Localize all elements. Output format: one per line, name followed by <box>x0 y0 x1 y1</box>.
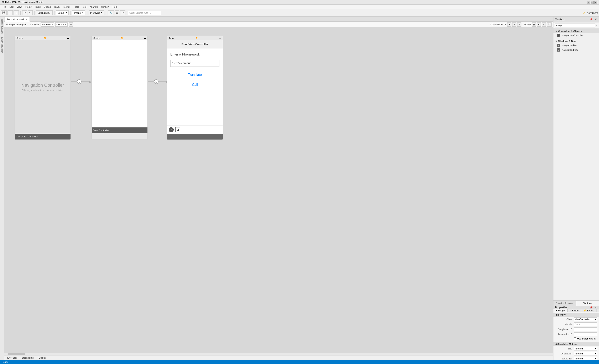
root-view-controller-mockup[interactable]: Carrier 📶 ▬ Root View Controller Enter a… <box>167 36 223 140</box>
search-clear-btn[interactable]: ✕ <box>596 24 598 27</box>
constraint-btn1[interactable]: ⊞ <box>507 22 511 27</box>
menu-build[interactable]: Build <box>34 5 42 9</box>
controllers-section: ▼ Controllers & Objects ○ Navigation Con… <box>554 28 599 38</box>
save-button[interactable]: 💾 <box>1 10 7 15</box>
menu-help[interactable]: Help <box>111 5 119 9</box>
toolbox-tab[interactable]: Toolbox <box>576 301 599 306</box>
nav-main-label: Navigation Controller <box>21 83 64 88</box>
storyboard-id-input[interactable] <box>574 327 597 331</box>
nav-bar-label: Navigation Bar <box>562 44 577 47</box>
toolbox-header: Toolbox 📌 ✕ <box>554 17 599 22</box>
menu-view[interactable]: View <box>15 5 24 9</box>
nav-controller-body: Navigation Controller Ctrl+drag from her… <box>15 40 70 134</box>
nav-wifi-icon: 📶 <box>44 37 46 39</box>
events-tab-icon: ⚡ <box>583 309 586 312</box>
menu-tools[interactable]: Tools <box>72 5 80 9</box>
events-tab-label: Events <box>587 309 594 312</box>
solution-explorer-tab[interactable]: Solution Explorer <box>554 301 576 306</box>
redo-button[interactable]: ↪ <box>28 10 33 15</box>
view-controller-mockup[interactable]: Carrier 📶 ▬ View Controller <box>91 36 148 140</box>
events-tab[interactable]: ⚡ Events <box>581 309 597 312</box>
play-button[interactable]: ▶Device▼ <box>88 10 104 15</box>
storyboard-scrollbar[interactable] <box>4 353 553 355</box>
close-tab-button[interactable]: ✕ <box>26 18 27 21</box>
phoneword-input[interactable] <box>170 60 220 67</box>
restoration-id-row: Restoration ID <box>554 332 599 337</box>
document-outline-tab[interactable]: Document Outline <box>0 35 4 55</box>
quick-launch-input[interactable] <box>128 11 161 15</box>
properties-tabs: ⊞ Widget ─ Layout ⚡ Events <box>554 309 599 312</box>
zoom-100-button[interactable]: 1:1 <box>546 22 552 27</box>
menu-analyze[interactable]: Analyze <box>88 5 99 9</box>
zoom-fit-button[interactable]: ⊞ <box>532 22 536 27</box>
orientation-dropdown-value: Inferred <box>575 352 583 355</box>
toolbox-pin-btn[interactable]: 📌 <box>589 18 593 21</box>
batch-build-button[interactable]: Batch Build... <box>36 10 53 15</box>
properties-header: Properties 📌 ✕ <box>554 306 599 309</box>
widget-tab-label: Widget <box>558 309 565 312</box>
module-input[interactable] <box>574 322 597 326</box>
tools-buttons[interactable]: 🔧 <box>108 10 114 15</box>
layout-tab[interactable]: ─ Layout <box>568 309 581 312</box>
maximize-button[interactable]: □ <box>591 1 594 4</box>
menu-test[interactable]: Test <box>80 5 88 9</box>
ios-version-dropdown[interactable]: iOS 9.2▼ <box>55 22 68 27</box>
right-panel-tabs: Solution Explorer Toolbox <box>554 300 599 306</box>
output-tab[interactable]: Output <box>36 356 48 360</box>
properties-pin-btn[interactable]: 📌 <box>589 306 593 309</box>
device-dropdown[interactable]: iPhone▼ <box>72 10 85 15</box>
toolbox-search-input[interactable] <box>555 23 595 27</box>
connector-line-3 <box>148 81 154 82</box>
restoration-id-input[interactable] <box>574 332 597 336</box>
orientation-icon[interactable]: ⊡ <box>69 22 73 27</box>
toolbar: 💾 ← → ↩ ↪ Batch Build... Debug▼ iPhone▼ … <box>0 9 599 17</box>
nav-controller-item[interactable]: ○ Navigation Controller <box>554 33 599 38</box>
back-button[interactable]: ← <box>8 10 13 15</box>
view-label-bar: View Controller <box>92 127 148 133</box>
class-dropdown[interactable]: ViewController ▼ <box>574 317 597 321</box>
bottom-tabs: Error List Breakpoints Output <box>4 355 553 360</box>
widget-tab[interactable]: ⊞ Widget <box>554 309 568 312</box>
server-explorer-tab[interactable]: Server Explorer <box>0 17 4 35</box>
undo-button[interactable]: ↩ <box>22 10 27 15</box>
menu-project[interactable]: Project <box>23 5 34 9</box>
nav-bar-item[interactable]: ▬ Navigation Bar <box>554 43 599 48</box>
layout-buttons[interactable]: ⊞ <box>115 10 119 15</box>
class-dropdown-arrow: ▼ <box>595 319 596 320</box>
nav-item-item[interactable]: ▬ Navigation Item <box>554 48 599 52</box>
module-value <box>574 322 597 326</box>
menu-edit[interactable]: Edit <box>8 5 15 9</box>
zoom-in-button[interactable]: + <box>537 22 541 27</box>
error-list-tab[interactable]: Error List <box>5 356 19 360</box>
zoom-out-button[interactable]: − <box>542 22 546 27</box>
breakpoints-tab[interactable]: Breakpoints <box>19 356 36 360</box>
storyboard-canvas[interactable]: ➤ Carrier 📶 ▬ Navigation Controller Ctrl… <box>4 27 553 353</box>
forward-button[interactable]: → <box>14 10 19 15</box>
menu-team[interactable]: Team <box>53 5 61 9</box>
more-buttons[interactable]: ⋯ <box>120 10 125 15</box>
menu-file[interactable]: File <box>1 5 8 9</box>
main-storyboard-tab[interactable]: Main.storyboard* ✕ <box>5 17 30 22</box>
constraint-btn3[interactable]: ⊡ <box>517 22 521 27</box>
orientation-dropdown[interactable]: Inferred ▼ <box>574 352 597 355</box>
menu-format[interactable]: Format <box>61 5 72 9</box>
close-button[interactable]: ✕ <box>594 1 597 4</box>
call-button[interactable]: Call <box>170 81 220 89</box>
translate-button[interactable]: Translate <box>170 71 220 79</box>
debug-dropdown[interactable]: Debug▼ <box>56 10 69 15</box>
navigation-controller-mockup[interactable]: ➤ Carrier 📶 ▬ Navigation Controller Ctrl… <box>15 36 71 140</box>
constraint-btn2[interactable]: ⊟ <box>512 22 516 27</box>
minimize-button[interactable]: ─ <box>587 1 590 4</box>
status-bar-dropdown[interactable]: Inferred ▼ <box>574 357 597 360</box>
view-as-label: VIEW AS <box>30 23 39 26</box>
properties-close-btn[interactable]: ✕ <box>594 306 597 309</box>
constraints-label: CONSTRAINTS <box>490 23 506 26</box>
use-storyboard-id-text: Use Storyboard ID <box>577 337 596 340</box>
toolbox-close-btn[interactable]: ✕ <box>594 18 597 21</box>
size-dropdown[interactable]: Inferred ▼ <box>574 347 597 350</box>
iphone-version-dropdown[interactable]: iPhone 6▼ <box>41 22 54 27</box>
menu-debug[interactable]: Debug <box>42 5 52 9</box>
menu-window[interactable]: Window <box>99 5 111 9</box>
use-storyboard-id-checkbox[interactable] <box>574 337 576 340</box>
class-row: Class ViewController ▼ <box>554 317 599 322</box>
